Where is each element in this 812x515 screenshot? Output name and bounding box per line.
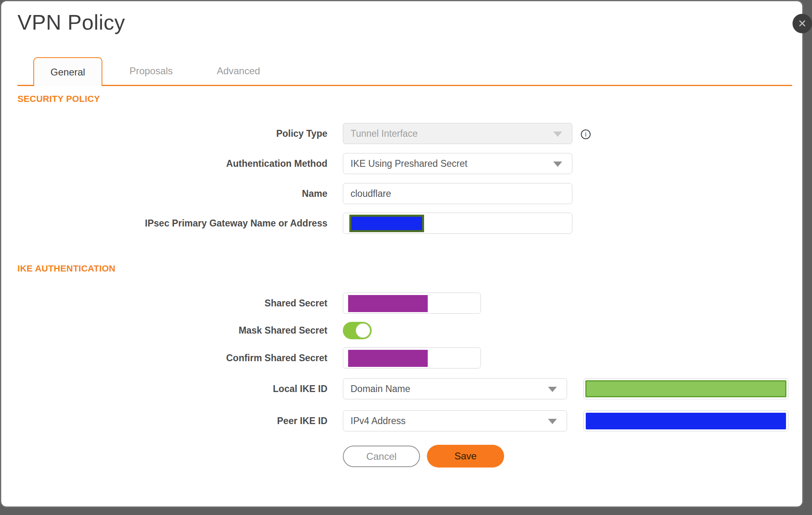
page-title: VPN Policy <box>17 10 125 34</box>
local-ike-id-value-input[interactable] <box>583 378 788 399</box>
tab-general-label: General <box>50 67 85 78</box>
name-label: Name <box>1 183 327 204</box>
chevron-down-icon <box>548 387 557 392</box>
peer-ike-id-value-input[interactable] <box>583 410 788 431</box>
peer-ike-id-label: Peer IKE ID <box>1 410 327 431</box>
policy-type-label: Policy Type <box>1 123 327 144</box>
name-input[interactable]: cloudflare <box>343 183 572 204</box>
cancel-button-label: Cancel <box>366 451 397 462</box>
save-button-label: Save <box>455 450 477 462</box>
tab-advanced-label: Advanced <box>217 65 260 77</box>
redacted-local-ike-value <box>585 380 786 397</box>
shared-secret-input[interactable] <box>343 293 481 314</box>
info-icon[interactable]: i <box>581 129 591 139</box>
tab-advanced[interactable]: Advanced <box>200 57 277 85</box>
authentication-method-label: Authentication Method <box>1 153 327 174</box>
peer-ike-id-value: IPv4 Address <box>351 416 406 427</box>
authentication-method-select[interactable]: IKE Using Preshared Secret <box>343 153 572 174</box>
cancel-button[interactable]: Cancel <box>343 446 420 467</box>
close-icon: ✕ <box>798 17 807 30</box>
gateway-label: IPsec Primary Gateway Name or Address <box>1 213 327 234</box>
ike-authentication-heading: IKE AUTHENTICATION <box>17 263 115 274</box>
redacted-gateway-value <box>349 215 424 232</box>
tab-underline <box>17 85 792 86</box>
confirm-shared-secret-input[interactable] <box>343 347 481 368</box>
close-button[interactable]: ✕ <box>793 14 812 33</box>
local-ike-id-select[interactable]: Domain Name <box>343 378 567 399</box>
local-ike-id-label: Local IKE ID <box>1 378 327 399</box>
policy-type-select[interactable]: Tunnel Interface <box>343 123 572 144</box>
shared-secret-label: Shared Secret <box>1 293 327 314</box>
security-policy-heading: SECURITY POLICY <box>17 94 100 104</box>
redacted-confirm-secret-value <box>348 350 428 367</box>
vpn-policy-dialog: VPN Policy General Proposals Advanced SE… <box>0 0 803 508</box>
mask-shared-secret-toggle[interactable] <box>343 322 372 339</box>
authentication-method-value: IKE Using Preshared Secret <box>351 158 468 169</box>
chevron-down-icon <box>553 162 562 167</box>
peer-ike-id-select[interactable]: IPv4 Address <box>343 410 567 431</box>
tab-proposals-label: Proposals <box>130 65 173 77</box>
info-icon-glyph: i <box>585 131 587 138</box>
redacted-shared-secret-value <box>348 295 428 312</box>
chevron-down-icon <box>553 131 562 137</box>
tab-proposals[interactable]: Proposals <box>102 57 200 85</box>
redacted-peer-ike-value <box>586 413 786 429</box>
tab-general[interactable]: General <box>33 57 102 86</box>
gateway-input[interactable] <box>343 213 572 234</box>
toggle-knob <box>356 323 370 338</box>
chevron-down-icon <box>548 419 557 424</box>
policy-type-value: Tunnel Interface <box>351 128 418 139</box>
confirm-shared-secret-label: Confirm Shared Secret <box>1 347 327 368</box>
save-button[interactable]: Save <box>427 445 504 468</box>
mask-shared-secret-label: Mask Shared Secret <box>1 322 327 339</box>
local-ike-id-value: Domain Name <box>351 384 410 394</box>
name-value: cloudflare <box>351 188 391 199</box>
